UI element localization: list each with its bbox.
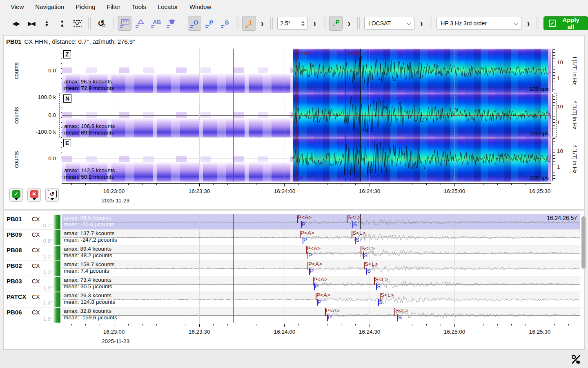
station-row[interactable]: PB08 CX 1.1° amax: 89.4 kcounts mean: 48…: [4, 245, 584, 261]
single-trace-button[interactable]: 1 ↙: [242, 16, 256, 31]
toolbar-handle[interactable]: [88, 17, 91, 29]
menu-navigation[interactable]: Navigation: [29, 1, 70, 12]
accept-pick-button[interactable]: ✓: [9, 188, 23, 202]
theoretical-p-label[interactable]: P: [315, 283, 318, 289]
collapse-vertical-button[interactable]: ▼▲: [55, 16, 69, 31]
theoretical-s-label[interactable]: S: [398, 314, 402, 321]
spin-down-icon[interactable]: [301, 24, 305, 26]
spin-up-icon[interactable]: [301, 21, 305, 23]
menu-window[interactable]: Window: [184, 1, 217, 12]
toolbar-handle[interactable]: [182, 17, 184, 29]
theoretical-s-label: S: [350, 175, 355, 181]
restore-pick-button[interactable]: ↺: [45, 188, 59, 202]
angle-picker-button[interactable]: [133, 16, 147, 31]
trace-plot[interactable]: N amax: 106.8 kcounts mean: 69.8 mcounts…: [62, 93, 551, 137]
menu-tools[interactable]: Tools: [126, 1, 152, 12]
menu-picking[interactable]: Picking: [70, 1, 101, 12]
theoretical-p-label[interactable]: P: [318, 299, 321, 305]
station-row[interactable]: PB03 CX 1.3° amax: 73.4 kcounts mean: 30…: [4, 276, 584, 292]
toolbar-handle[interactable]: [357, 17, 360, 29]
chevron-right-icon[interactable]: ›: [347, 17, 350, 29]
p-pick-label[interactable]: P<A>: [316, 292, 330, 298]
theoretical-p-label[interactable]: P: [308, 252, 312, 258]
p-pick-button[interactable]: P: [203, 16, 217, 31]
p-pick-label[interactable]: P<A>: [298, 214, 312, 220]
theoretical-s-label[interactable]: S: [353, 221, 357, 227]
p-pick-label[interactable]: P<A>: [308, 261, 322, 267]
s-pick-label[interactable]: S<L>: [361, 245, 374, 251]
chevron-right-icon[interactable]: ›: [261, 17, 264, 29]
ruler-picker-button[interactable]: [118, 16, 131, 31]
chevron-right-icon[interactable]: ›: [527, 17, 530, 29]
time-tick-label: 16:24:30: [359, 188, 381, 194]
p-pick-label[interactable]: P<A>: [326, 307, 340, 314]
station-trace[interactable]: amax: 96.5 kcounts mean: -70.6 µcounts 1…: [62, 214, 580, 230]
toolbar-handle[interactable]: [112, 17, 114, 29]
toolbar-handle[interactable]: [323, 17, 325, 29]
theoretical-s-label[interactable]: S: [367, 268, 371, 274]
station-row[interactable]: PATCX CX 1.4° amax: 26.3 kcounts mean: 1…: [4, 292, 584, 307]
p-pick-label[interactable]: P<A>: [297, 50, 311, 56]
toolbar-handle[interactable]: [236, 17, 238, 29]
percent-grip-icon[interactable]: [571, 354, 581, 365]
spinbox-arrows[interactable]: [301, 21, 305, 26]
s-pick-label[interactable]: S<L>: [347, 50, 360, 56]
station-trace[interactable]: amax: 32.8 kcounts mean: -159.6 µcounts …: [62, 307, 580, 323]
amplitude-range-button[interactable]: [71, 16, 85, 31]
sort-by-phase-button[interactable]: ↓ P: [329, 16, 343, 31]
station-trace[interactable]: amax: 26.3 kcounts mean: 124.8 µcounts P…: [62, 292, 580, 307]
station-trace[interactable]: amax: 158.7 kcounts mean: 7.4 µcounts P<…: [62, 261, 580, 276]
p-pick-label[interactable]: P<A>: [301, 230, 314, 236]
trace-row[interactable]: counts Z amax: 96.5 kcounts mean: 72.9 m…: [4, 49, 585, 93]
theoretical-p-label[interactable]: P: [302, 221, 305, 227]
p-pick-label[interactable]: P<A>: [307, 245, 321, 251]
expand-vertical-button[interactable]: ▲▼: [40, 16, 53, 31]
menu-locator[interactable]: Locator: [152, 1, 184, 12]
station-trace[interactable]: amax: 137.7 kcounts mean: -247.2 µcounts…: [62, 230, 580, 245]
station-trace[interactable]: amax: 89.4 kcounts mean: 48.2 µcounts P<…: [62, 245, 580, 261]
theoretical-s-label[interactable]: S: [364, 252, 368, 258]
apply-all-button[interactable]: ✓ Apply all: [543, 16, 588, 30]
theoretical-p-label[interactable]: P: [328, 314, 332, 321]
s-pick-label[interactable]: S<L>: [395, 307, 408, 314]
menu-view[interactable]: View: [5, 1, 29, 12]
s-pick-label[interactable]: S<L>: [352, 230, 365, 236]
trace-row[interactable]: counts N amax: 106.8 kcounts mean: 69.8 …: [4, 93, 585, 137]
pan-horizontal-button[interactable]: ◀▶: [9, 16, 23, 31]
filter-select[interactable]: HP 3 Hz 3rd order: [437, 17, 521, 30]
trace-row[interactable]: counts E amax: 142.5 kcounts mean: 50.2 …: [4, 137, 585, 182]
theoretical-s-label[interactable]: S: [379, 299, 383, 305]
theoretical-p-label[interactable]: P: [303, 237, 307, 243]
origin-pick-button[interactable]: O: [188, 16, 202, 31]
s-pick-label[interactable]: S<L>: [381, 292, 394, 298]
locator-select[interactable]: LOCSAT: [364, 17, 414, 30]
s-pick-button[interactable]: S: [218, 16, 232, 31]
rotate-components-button[interactable]: ↺: [94, 16, 108, 31]
station-trace[interactable]: amax: 73.4 kcounts mean: 30.5 µcounts P<…: [62, 276, 580, 292]
toolbar-handle[interactable]: [270, 17, 273, 29]
scrollbar-thumb[interactable]: [581, 216, 586, 269]
trace-plot[interactable]: E amax: 142.5 kcounts mean: 50.2 mcounts…: [62, 137, 551, 182]
station-row[interactable]: PB09 CX 0.8° amax: 137.7 kcounts mean: -…: [4, 229, 584, 245]
s-pick-label[interactable]: S<L>: [365, 261, 378, 267]
toolbar-handle[interactable]: [3, 17, 5, 29]
training-picker-button[interactable]: [164, 16, 178, 31]
align-on-pick-button[interactable]: ▶◀: [24, 16, 38, 31]
theoretical-p-label[interactable]: P: [310, 268, 314, 274]
station-row[interactable]: PB01 CX 0.7° amax: 96.5 kcounts mean: -7…: [4, 214, 584, 230]
reject-pick-button[interactable]: ✕: [27, 188, 41, 202]
station-row[interactable]: PB06 CX 1.8° amax: 32.8 kcounts mean: -1…: [4, 307, 584, 323]
s-pick-label[interactable]: S<L>: [375, 276, 388, 283]
chevron-right-icon[interactable]: ›: [420, 17, 423, 29]
chevron-right-icon[interactable]: ›: [313, 17, 316, 29]
theoretical-s-label[interactable]: S: [377, 283, 381, 289]
toolbar-handle[interactable]: [537, 17, 539, 29]
spread-spinbox[interactable]: 2.5°: [277, 17, 307, 30]
toolbar-handle[interactable]: [430, 17, 432, 29]
rename-phase-button[interactable]: AB: [149, 16, 163, 31]
p-pick-label[interactable]: P<A>: [314, 276, 327, 283]
theoretical-s-label[interactable]: S: [356, 237, 359, 243]
menu-filter[interactable]: Filter: [101, 1, 126, 12]
s-pick-label[interactable]: S<L>: [347, 214, 361, 220]
station-row[interactable]: PB02 CX 1.1° amax: 158.7 kcounts mean: 7…: [4, 260, 584, 276]
